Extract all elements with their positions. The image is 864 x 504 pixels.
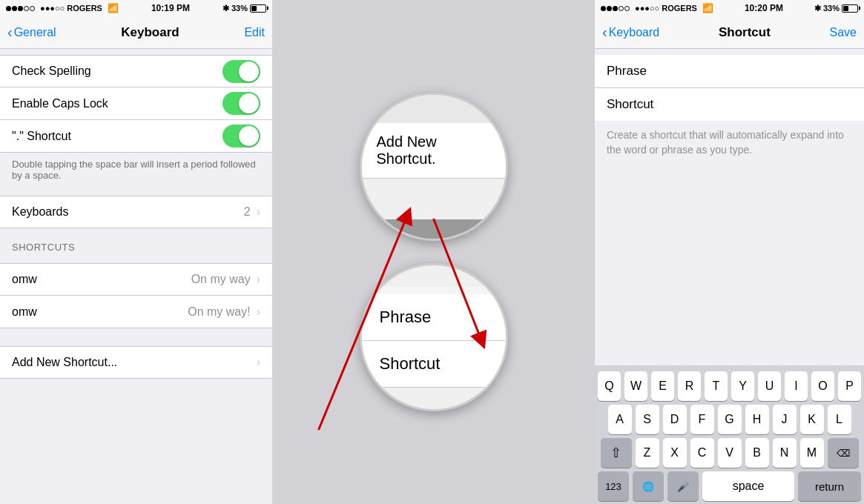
shortcut-field[interactable]: Shortcut [595,88,864,121]
key-B[interactable]: B [745,438,769,468]
key-L[interactable]: L [828,405,851,434]
left-status-right: ✱ 33% [222,4,266,13]
numbers-key[interactable]: 123 [598,471,629,501]
caps-lock-row[interactable]: Enable Caps Lock [0,87,272,120]
edit-button[interactable]: Edit [244,26,265,39]
caps-lock-label: Enable Caps Lock [12,97,108,110]
key-U[interactable]: U [758,371,781,401]
key-D[interactable]: D [663,405,687,434]
add-shortcut-group: Add New Shortcut... › [0,346,272,379]
right-wifi-icon: 📶 [702,3,713,13]
left-nav-title: Keyboard [56,25,245,40]
check-spelling-toggle[interactable] [222,60,260,83]
add-shortcut-chevron-icon: › [257,356,260,369]
phrase-magnified: Phrase [362,294,506,341]
return-key[interactable]: return [798,471,861,501]
toggle-group: Check Spelling Enable Caps Lock "." Shor… [0,55,272,153]
settings-list: Check Spelling Enable Caps Lock "." Shor… [0,49,272,504]
right-signal-dots [601,4,630,13]
left-status-bar: ●●●○○ ROGERS 📶 10:19 PM ✱ 33% [0,0,272,16]
key-H[interactable]: H [745,405,769,434]
carrier-label: ●●●○○ ROGERS [40,4,102,13]
keyboards-row[interactable]: Keyboards 2 › [0,196,272,228]
key-M[interactable]: M [800,438,824,468]
right-back-chevron-icon: ‹ [602,24,607,41]
key-J[interactable]: J [773,405,797,434]
key-G[interactable]: G [718,405,742,434]
period-shortcut-toggle[interactable] [222,125,260,147]
key-R[interactable]: R [678,371,701,401]
shortcut-key-0: omw [12,273,37,286]
shortcut-right-0: On my way › [191,273,260,286]
add-shortcut-row[interactable]: Add New Shortcut... › [0,346,272,379]
key-T[interactable]: T [705,371,728,401]
key-X[interactable]: X [663,438,687,468]
left-nav-bar: ‹ General Keyboard Edit [0,16,272,49]
spacer [0,328,272,340]
key-C[interactable]: C [690,438,714,468]
shortcuts-header: SHORTCUTS [0,228,272,257]
key-Y[interactable]: Y [731,371,754,401]
right-nav-bar: ‹ Keyboard Shortcut Save [595,16,864,49]
back-button[interactable]: ‹ General [7,24,56,41]
shortcuts-group: omw On my way › omw On my way! › [0,263,272,328]
right-spacer [595,165,864,365]
right-back-button[interactable]: ‹ Keyboard [602,24,659,41]
right-bt-icon: ✱ [814,4,821,13]
shortcut-value-1: On my way! [188,305,250,319]
right-phone: ●●●○○ ROGERS 📶 10:20 PM ✱ 33% ‹ Keyboard… [595,0,864,504]
key-K[interactable]: K [800,405,824,434]
keyboards-group: Keyboards 2 › [0,196,272,228]
battery-label: 33% [231,4,248,13]
shortcut-right-1: On my way! › [188,305,260,319]
kb-row-1: Q W E R T Y U I O P [598,371,861,401]
middle-section: Add New Shortcut. Phrase Shortcut [272,0,595,504]
space-key[interactable]: space [702,471,794,501]
right-status-bar: ●●●○○ ROGERS 📶 10:20 PM ✱ 33% [595,0,864,16]
key-Z[interactable]: Z [636,438,659,468]
key-W[interactable]: W [624,371,647,401]
key-V[interactable]: V [718,438,742,468]
keyboards-count: 2 [244,205,251,219]
check-spelling-row[interactable]: Check Spelling [0,55,272,87]
period-shortcut-row[interactable]: "." Shortcut [0,120,272,153]
caps-lock-toggle[interactable] [222,92,260,115]
shortcut-row-0[interactable]: omw On my way › [0,263,272,296]
microphone-key[interactable]: 🎤 [667,471,699,501]
kb-row-3: ⇧ Z X C V B N M ⌫ [598,438,861,468]
shortcut-row-1[interactable]: omw On my way! › [0,296,272,328]
keyboards-right: 2 › [244,205,260,219]
check-spelling-label: Check Spelling [12,64,91,78]
backspace-key[interactable]: ⌫ [828,438,859,468]
key-A[interactable]: A [608,405,632,434]
phrase-field[interactable]: Phrase [595,55,864,88]
top-magnify-container: Add New Shortcut. [360,93,508,241]
top-circle-bar [362,219,506,239]
globe-key[interactable]: 🌐 [633,471,664,501]
left-phone: ●●●○○ ROGERS 📶 10:19 PM ✱ 33% ‹ General … [0,0,272,504]
key-E[interactable]: E [651,371,674,401]
keyboard[interactable]: Q W E R T Y U I O P A S D F G H J K L ⇧ … [595,365,864,504]
key-P[interactable]: P [838,371,861,401]
top-circle-header [362,95,506,123]
right-time: 10:20 PM [716,3,811,13]
bottom-magnify-container: Phrase Shortcut [360,263,508,411]
wifi-icon: 📶 [108,3,119,13]
key-Q[interactable]: Q [598,371,621,401]
key-I[interactable]: I [785,371,808,401]
shift-key[interactable]: ⇧ [601,438,632,468]
bottom-circle-top-pad [362,287,506,294]
key-F[interactable]: F [690,405,714,434]
key-N[interactable]: N [773,438,797,468]
add-shortcut-label: Add New Shortcut... [12,356,117,369]
kb-row-2: A S D F G H J K L [598,405,861,434]
key-S[interactable]: S [636,405,659,434]
shortcut-note: Double tapping the space bar will insert… [0,153,272,190]
keyboards-chevron-icon: › [257,205,260,219]
add-shortcut-magnified: Add New Shortcut. [362,123,506,179]
signal-dots [6,4,36,13]
battery-icon [250,4,266,13]
save-button[interactable]: Save [830,26,857,39]
right-nav-title: Shortcut [659,25,829,40]
key-O[interactable]: O [811,371,834,401]
